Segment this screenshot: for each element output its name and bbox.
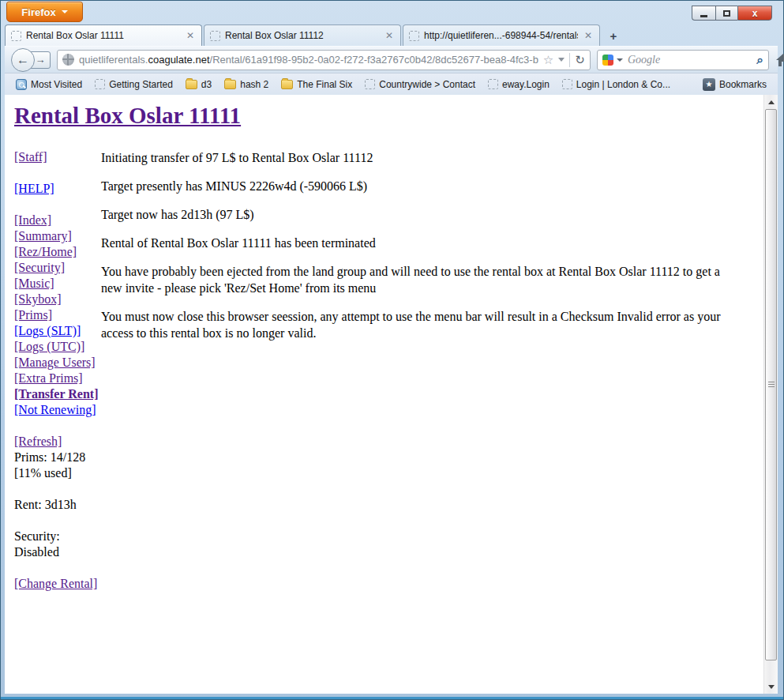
vertical-scrollbar[interactable] xyxy=(763,95,778,694)
reload-icon[interactable]: ↻ xyxy=(575,54,585,66)
tab-rentals-url[interactable]: http://quietliferen...-698944-54/rentals… xyxy=(403,24,600,46)
blank-line xyxy=(14,481,101,497)
new-tab-button[interactable]: + xyxy=(603,28,624,44)
url-domain: coagulate.net xyxy=(148,54,209,66)
sidebar-link-security[interactable]: [Security] xyxy=(14,261,65,274)
favicon-placeholder-icon xyxy=(562,79,572,89)
sidebar-link-summary[interactable]: [Summary] xyxy=(14,229,72,243)
sidebar-link-skybox[interactable]: [Skybox] xyxy=(14,292,62,306)
tab-bar: Rental Box Oslar 11111 ✕ Rental Box Osla… xyxy=(5,24,778,46)
sidebar-link-help[interactable]: [HELP] xyxy=(14,182,54,195)
bookmark-folder-d3[interactable]: d3 xyxy=(181,77,216,92)
url-dropdown-icon[interactable] xyxy=(558,58,565,62)
bookmark-getting-started[interactable]: Getting Started xyxy=(90,77,178,92)
status-message: Rental of Rental Box Oslar 11111 has bee… xyxy=(101,235,738,251)
window-controls: x xyxy=(692,6,772,21)
tab-label: Rental Box Oslar 11112 xyxy=(225,30,379,41)
scroll-up-button[interactable] xyxy=(764,95,778,109)
folder-icon xyxy=(224,80,236,89)
bookmark-label: Most Visited xyxy=(31,79,82,90)
favicon-placeholder-icon xyxy=(11,31,21,41)
bookmark-folder-hash2[interactable]: hash 2 xyxy=(219,77,273,92)
bookmarks-star-icon: ★ xyxy=(703,78,715,91)
sidebar-link-logs-slt[interactable]: [Logs (SLT)] xyxy=(14,324,81,337)
sidebar-link-rez-home[interactable]: [Rez/Home] xyxy=(14,245,77,258)
sidebar-link-logs-utc[interactable]: [Logs (UTC)] xyxy=(14,340,84,353)
bookmark-star-icon[interactable]: ☆ xyxy=(543,53,553,67)
search-bar[interactable]: ⌕ xyxy=(597,50,769,70)
url-text: quietliferentals.coagulate.net/Rental/61… xyxy=(79,54,538,66)
bookmark-most-visited[interactable]: Most Visited xyxy=(11,77,87,92)
bookmark-london[interactable]: Login | London & Co... xyxy=(557,77,675,92)
prims-count: Prims: 14/128 xyxy=(14,450,101,465)
url-subdomain: quietliferentals. xyxy=(79,54,148,66)
sidebar-link-extra-prims[interactable]: [Extra Prims] xyxy=(14,371,83,385)
url-path: /Rental/61a91f98-95b2-0a02-f272-f3a2767c… xyxy=(210,54,538,66)
bookmark-eway-login[interactable]: eway.Login xyxy=(483,77,554,92)
sidebar-link-change-rental[interactable]: [Change Rental] xyxy=(14,577,97,590)
bookmark-countrywide[interactable]: Countrywide > Contact xyxy=(360,77,480,92)
scroll-down-icon xyxy=(768,685,775,689)
page-content: Rental Box Oslar 11111 [Staff] [HELP] [I… xyxy=(5,95,778,694)
globe-icon xyxy=(62,54,74,66)
sidebar-link-refresh[interactable]: [Refresh] xyxy=(14,435,62,448)
search-input[interactable] xyxy=(626,53,754,67)
page-title: Rental Box Oslar 11111 xyxy=(14,103,754,129)
bookmark-label: The Final Six xyxy=(297,79,352,90)
close-button[interactable]: x xyxy=(737,6,772,21)
sidebar-link-manage-users[interactable]: [Manage Users] xyxy=(14,356,96,369)
scrollbar-thumb[interactable] xyxy=(765,109,777,660)
tab-close-icon[interactable]: ✕ xyxy=(384,30,395,41)
tab-rental-box-11111[interactable]: Rental Box Oslar 11111 ✕ xyxy=(5,24,202,46)
minimize-button[interactable] xyxy=(692,6,715,21)
blank-line xyxy=(14,560,101,576)
home-button[interactable] xyxy=(775,53,784,67)
status-message: You must now close this browser seession… xyxy=(101,308,738,341)
favicon-placeholder-icon xyxy=(488,79,498,89)
blank-line xyxy=(14,165,101,181)
maximize-icon xyxy=(723,10,730,17)
google-icon xyxy=(602,55,613,66)
nav-arrows: ← → xyxy=(11,48,51,72)
back-button[interactable]: ← xyxy=(11,48,35,72)
tab-close-icon[interactable]: ✕ xyxy=(185,30,196,41)
blank-line xyxy=(14,418,101,434)
sidebar-link-not-renewing[interactable]: [Not Renewing] xyxy=(14,403,96,416)
tab-label: http://quietliferen...-698944-54/rentals xyxy=(424,30,578,41)
status-messages: Initiating transfer of 97 L$ to Rental B… xyxy=(101,149,754,353)
folder-icon xyxy=(186,80,197,89)
sidebar-link-music[interactable]: [Music] xyxy=(14,277,54,290)
maximize-button[interactable] xyxy=(715,6,737,21)
sidebar-link-transfer-rent[interactable]: [Transfer Rent] xyxy=(14,387,99,401)
close-icon: x xyxy=(752,8,758,19)
bookmark-folder-final-six[interactable]: The Final Six xyxy=(276,77,357,92)
scroll-down-button[interactable] xyxy=(764,679,778,694)
tab-close-icon[interactable]: ✕ xyxy=(583,30,594,41)
search-icon[interactable]: ⌕ xyxy=(756,53,763,67)
status-message: Target presently has MINUS 2226w4d (-590… xyxy=(101,178,738,194)
security-label: Security: xyxy=(14,529,101,544)
url-bar[interactable]: quietliferentals.coagulate.net/Rental/61… xyxy=(57,50,591,70)
sidebar-link-index[interactable]: [Index] xyxy=(14,213,51,227)
back-arrow-icon: ← xyxy=(17,53,29,67)
sidebar-link-staff[interactable]: [Staff] xyxy=(14,150,47,164)
bookmark-label: Getting Started xyxy=(109,79,173,90)
chevron-down-icon xyxy=(62,10,68,13)
favicon-placeholder-icon xyxy=(409,31,419,41)
firefox-menu-button[interactable]: Firefox xyxy=(6,2,83,22)
favicon-placeholder-icon xyxy=(210,31,220,41)
favicon-placeholder-icon xyxy=(95,79,105,89)
scroll-up-icon xyxy=(768,100,775,104)
prims-used-percent: [11% used] xyxy=(14,465,101,481)
status-message: Initiating transfer of 97 L$ to Rental B… xyxy=(101,149,738,166)
tab-rental-box-11112[interactable]: Rental Box Oslar 11112 ✕ xyxy=(204,24,401,46)
search-engine-dropdown-icon[interactable] xyxy=(617,58,623,62)
scrollbar-grip-icon xyxy=(768,382,775,389)
firefox-menu-label: Firefox xyxy=(21,6,55,18)
sidebar-link-prims[interactable]: [Prims] xyxy=(14,308,52,322)
status-message: Target now has 2d13h (97 L$) xyxy=(101,206,738,223)
tab-label: Rental Box Oslar 11111 xyxy=(26,30,180,41)
blank-line xyxy=(14,513,101,529)
divider xyxy=(569,53,570,67)
bookmarks-menu-button[interactable]: ★ Bookmarks xyxy=(698,76,771,93)
